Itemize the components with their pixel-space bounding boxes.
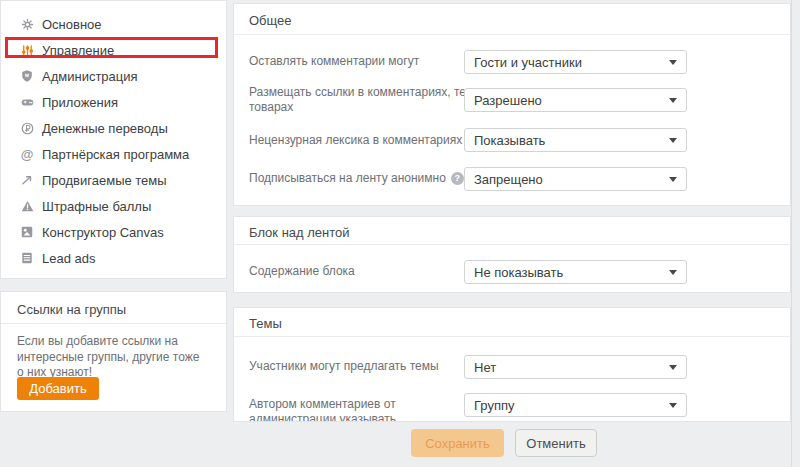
chevron-down-icon: [669, 365, 677, 370]
divider: [234, 336, 790, 337]
chevron-down-icon: [669, 270, 677, 275]
section-title: Общее: [249, 13, 292, 28]
section-title: Темы: [249, 316, 282, 331]
chevron-down-icon: [669, 98, 677, 103]
sidebar-item-label: Администрация: [42, 69, 138, 84]
chevron-down-icon: [669, 177, 677, 182]
setting-label: Размещать ссылки в комментариях, темах и…: [249, 85, 497, 115]
warning-triangle-icon: [19, 198, 35, 214]
sidebar-item-label: Lead ads: [42, 251, 96, 266]
setting-label: Оставлять комментарии могут: [249, 54, 497, 69]
content-right-edge: [791, 0, 792, 467]
trending-arrow-icon: [19, 172, 35, 188]
sliders-icon: [19, 42, 35, 58]
canvas-icon: [19, 224, 35, 240]
section-block-above-feed: Блок над лентой Содержание блока Не пока…: [233, 216, 791, 293]
setting-label-text: Подписываться на ленту анонимно: [249, 171, 446, 186]
comments-permission-select[interactable]: Гости и участники: [464, 50, 687, 74]
sidebar-nav: Основное Управление Администрация: [0, 0, 227, 279]
sidebar-item-label: Приложения: [42, 95, 118, 110]
cancel-button[interactable]: Отменить: [515, 429, 597, 457]
save-button[interactable]: Сохранить: [411, 429, 504, 457]
setting-label: Нецензурная лексика в комментариях: [249, 133, 497, 148]
section-topics: Темы Участники могут предлагать темы Нет…: [233, 307, 791, 422]
select-value: Показывать: [474, 133, 663, 148]
help-icon[interactable]: ?: [451, 172, 464, 185]
select-value: Запрещено: [474, 172, 663, 187]
shield-icon: [19, 68, 35, 84]
divider: [1, 323, 226, 324]
select-value: Разрешено: [474, 93, 663, 108]
list-document-icon: [19, 250, 35, 266]
sidebar-item-label: Управление: [42, 43, 114, 58]
select-value: Группу: [474, 398, 663, 413]
sidebar-item-label: Партнёрская программа: [42, 147, 189, 162]
add-link-button[interactable]: Добавить: [17, 377, 99, 400]
group-settings-page: Основное Управление Администрация: [0, 0, 800, 467]
sidebar-item-main[interactable]: Основное: [1, 11, 226, 37]
at-sign-icon: @: [19, 146, 35, 162]
chevron-down-icon: [669, 138, 677, 143]
sidebar-item-lead-ads[interactable]: Lead ads: [1, 245, 226, 271]
select-value: Не показывать: [474, 265, 663, 280]
setting-label: Участники могут предлагать темы: [249, 359, 497, 374]
sidebar-item-label: Продвигаемые темы: [42, 173, 167, 188]
setting-label: Содержание блока: [249, 264, 497, 279]
sidebar-item-label: Конструктор Canvas: [42, 225, 164, 240]
chevron-down-icon: [669, 403, 677, 408]
chevron-down-icon: [669, 60, 677, 65]
anonymous-subscribe-select[interactable]: Запрещено: [464, 167, 687, 191]
divider: [234, 34, 790, 35]
links-card-title: Ссылки на группы: [17, 302, 126, 317]
group-links-card: Ссылки на группы Если вы добавите ссылки…: [0, 291, 227, 412]
links-permission-select[interactable]: Разрешено: [464, 88, 687, 112]
sidebar-item-management[interactable]: Управление: [1, 37, 226, 63]
sidebar-item-canvas-builder[interactable]: Конструктор Canvas: [1, 219, 226, 245]
profanity-select[interactable]: Показывать: [464, 128, 687, 152]
ruble-coin-icon: [19, 120, 35, 136]
select-value: Гости и участники: [474, 55, 663, 70]
sidebar-item-penalty-points[interactable]: Штрафные баллы: [1, 193, 226, 219]
sidebar-item-label: Штрафные баллы: [42, 199, 151, 214]
admin-comment-author-select[interactable]: Группу: [464, 393, 687, 417]
sidebar-item-promoted-topics[interactable]: Продвигаемые темы: [1, 167, 226, 193]
section-general: Общее Оставлять комментарии могут Гости …: [233, 3, 791, 206]
select-value: Нет: [474, 360, 663, 375]
sidebar-item-administration[interactable]: Администрация: [1, 63, 226, 89]
gamepad-icon: [19, 94, 35, 110]
links-card-description: Если вы добавите ссылки на интересные гр…: [17, 334, 209, 381]
divider: [234, 244, 790, 245]
sidebar-item-partner-program[interactable]: @ Партнёрская программа: [1, 141, 226, 167]
gear-icon: [19, 16, 35, 32]
section-title: Блок над лентой: [249, 225, 350, 240]
sidebar-item-label: Основное: [42, 17, 102, 32]
sidebar-item-apps[interactable]: Приложения: [1, 89, 226, 115]
sidebar-item-money-transfers[interactable]: Денежные переводы: [1, 115, 226, 141]
setting-label: Автором комментариев от администрации ук…: [249, 397, 484, 422]
block-content-select[interactable]: Не показывать: [464, 260, 687, 284]
sidebar-item-label: Денежные переводы: [42, 121, 168, 136]
members-suggest-topics-select[interactable]: Нет: [464, 355, 687, 379]
